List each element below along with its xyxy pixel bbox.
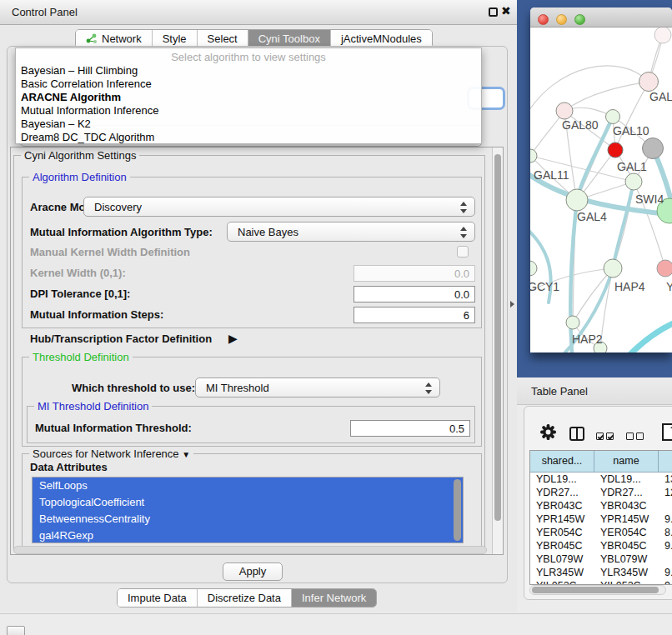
tab-jactivemnodules[interactable]: jActiveMNodules xyxy=(331,30,432,48)
node-hap2[interactable] xyxy=(566,316,579,329)
manual-kernel-label: Manual Kernel Width Definition xyxy=(30,246,190,258)
table-row[interactable]: YDR27...YDR27...12 xyxy=(530,486,672,499)
zoom-window-icon[interactable] xyxy=(574,14,585,25)
close-panel-icon[interactable]: ✖ xyxy=(501,4,511,18)
tab-style[interactable]: Style xyxy=(153,30,198,48)
hub-section-label[interactable]: Hub/Transcription Factor Definition xyxy=(30,332,212,345)
scrollbar-thumb[interactable] xyxy=(494,154,501,521)
data-attributes-list[interactable]: SelfLoops TopologicalCoefficient Between… xyxy=(32,477,464,543)
apply-button[interactable]: Apply xyxy=(223,562,283,581)
chevron-down-icon[interactable]: ▼ xyxy=(182,450,190,459)
node-gal-right[interactable] xyxy=(639,72,659,92)
tab-infer-network[interactable]: Infer Network xyxy=(292,589,376,607)
node-gray[interactable] xyxy=(643,138,664,159)
network-canvas[interactable]: GAL GAL80 GAL10 GAL11 GAL1 SWI4 GAL4 GCY… xyxy=(530,28,672,352)
tab-discretize-data[interactable]: Discretize Data xyxy=(198,589,292,607)
tab-impute-data-label: Impute Data xyxy=(128,592,187,604)
aracne-mode-combo[interactable]: Discovery xyxy=(83,197,475,217)
node-selected-red[interactable] xyxy=(608,142,623,158)
tab-cyni-toolbox-label: Cyni Toolbox xyxy=(258,32,320,45)
splitter-collapse-arrow[interactable] xyxy=(510,301,514,308)
tab-cyni-toolbox[interactable]: Cyni Toolbox xyxy=(248,30,331,48)
table-row[interactable]: YER054CYER054C8. xyxy=(530,526,672,539)
network-graph xyxy=(530,28,672,352)
bottom-left-partial-button[interactable] xyxy=(7,626,25,635)
chevron-right-icon[interactable]: ▶ xyxy=(228,332,238,345)
node-label-gal: GAL xyxy=(649,90,672,103)
table-row[interactable]: YBR045CYBR045C9. xyxy=(530,539,672,552)
tab-discretize-data-label: Discretize Data xyxy=(208,592,281,604)
node-gal11[interactable] xyxy=(530,149,537,162)
select-all-columns-icon[interactable] xyxy=(596,428,616,443)
mi-type-combo[interactable]: Naive Bayes xyxy=(227,222,475,242)
node-hap4[interactable] xyxy=(604,259,622,278)
column-header-clipped[interactable]: A xyxy=(659,451,672,472)
column-header-shared-name[interactable]: shared... xyxy=(530,451,594,472)
node-attribute-table: shared... name A YDL19...YDL19...13 YDR2… xyxy=(529,450,672,585)
node-gal80[interactable] xyxy=(556,102,573,119)
attribute-item-gal4rgexp[interactable]: gal4RGexp xyxy=(33,528,463,543)
mi-steps-field[interactable]: 6 xyxy=(354,307,475,323)
which-threshold-value: MI Threshold xyxy=(206,382,269,394)
node-gal10[interactable] xyxy=(606,110,620,124)
tab-select[interactable]: Select xyxy=(198,30,248,48)
algorithm-option-aracne[interactable]: ARACNE Algorithm xyxy=(21,91,121,103)
network-window-titlebar[interactable] xyxy=(530,8,672,28)
algorithm-option-mutual-information[interactable]: Mutual Information Inference xyxy=(21,104,158,117)
node-gal1[interactable] xyxy=(625,173,642,190)
algorithm-option-bayesian-hill-climbing[interactable]: Bayesian – Hill Climbing xyxy=(21,64,138,77)
settings-horizontal-scrollbar[interactable] xyxy=(13,546,487,554)
mi-threshold-group-title: MI Threshold Definition xyxy=(34,400,152,412)
node-unlabeled-top[interactable] xyxy=(654,28,671,43)
table-panel: shared... name A YDL19...YDL19...13 YDR2… xyxy=(524,406,672,600)
algorithm-combo-placeholder: Select algorithm to view settings xyxy=(16,51,481,63)
node-y-salmon[interactable] xyxy=(657,260,672,277)
attribute-item-betweennesscentrality[interactable]: BetweennessCentrality xyxy=(33,511,463,528)
tab-impute-data[interactable]: Impute Data xyxy=(118,589,198,607)
network-view-window[interactable]: GAL GAL80 GAL10 GAL11 GAL1 SWI4 GAL4 GCY… xyxy=(530,8,672,352)
table-row[interactable]: YIL052CYIL052C9. xyxy=(530,579,672,584)
node-gcy1[interactable] xyxy=(530,261,537,276)
gear-icon[interactable] xyxy=(539,423,557,441)
column-layout-icon[interactable] xyxy=(569,427,584,441)
attribute-item-selfloops[interactable]: SelfLoops xyxy=(33,478,463,494)
float-panel-icon[interactable] xyxy=(489,8,498,17)
algorithm-option-basic-correlation[interactable]: Basic Correlation Inference xyxy=(21,78,152,90)
scrollbar-thumb[interactable] xyxy=(532,587,659,593)
document-icon[interactable] xyxy=(662,423,672,441)
algorithm-definition-title: Algorithm Definition xyxy=(29,171,130,183)
sources-group-title: Sources for Network Inference ▼ xyxy=(29,448,193,460)
which-threshold-combo[interactable]: MI Threshold xyxy=(195,378,440,398)
dpi-tolerance-field[interactable]: 0.0 xyxy=(354,286,475,302)
table-row[interactable]: YBR043CYBR043C xyxy=(530,499,672,512)
mi-type-value: Naive Bayes xyxy=(238,226,298,238)
table-row[interactable]: YLR345WYLR345W9. xyxy=(530,566,672,579)
attribute-item-topologicalcoefficient[interactable]: TopologicalCoefficient xyxy=(33,494,463,511)
mi-threshold-field[interactable]: 0.5 xyxy=(350,420,470,437)
table-row[interactable]: YPR145WYPR145W9. xyxy=(530,512,672,526)
algorithm-option-dream8[interactable]: Dream8 DC_TDC Algorithm xyxy=(21,131,154,143)
dpi-tolerance-label: DPI Tolerance [0,1]: xyxy=(30,288,130,300)
table-body: YDL19...YDL19...13 YDR27...YDR27...12 YB… xyxy=(530,472,672,584)
algorithm-option-bayesian-k2[interactable]: Bayesian – K2 xyxy=(21,118,91,130)
minimize-window-icon[interactable] xyxy=(556,14,567,25)
combo-arrows-icon xyxy=(460,202,467,213)
sources-title-text: Sources for Network Inference xyxy=(33,448,179,460)
kernel-width-label: Kernel Width (0,1): xyxy=(30,267,126,279)
table-header-row: shared... name A xyxy=(530,451,672,472)
attributes-list-scrollbar[interactable] xyxy=(454,479,461,541)
control-panel: Control Panel ✖ Network Style Select Cyn… xyxy=(0,0,517,612)
mi-type-label: Mutual Information Algorithm Type: xyxy=(30,226,213,238)
settings-vertical-scrollbar[interactable] xyxy=(492,148,503,554)
close-window-icon[interactable] xyxy=(538,14,549,25)
column-header-name[interactable]: name xyxy=(594,451,659,472)
table-horizontal-scrollbar[interactable] xyxy=(529,585,666,595)
deselect-all-columns-icon[interactable] xyxy=(626,428,646,443)
panel-title: Control Panel xyxy=(12,6,78,18)
table-row[interactable]: YBL079WYBL079W xyxy=(530,552,672,566)
manual-kernel-checkbox[interactable] xyxy=(457,246,469,258)
node-label-gal4: GAL4 xyxy=(577,210,607,223)
table-row[interactable]: YDL19...YDL19...13 xyxy=(530,472,672,486)
node-gal4[interactable] xyxy=(566,189,588,211)
tab-network[interactable]: Network xyxy=(76,30,153,48)
